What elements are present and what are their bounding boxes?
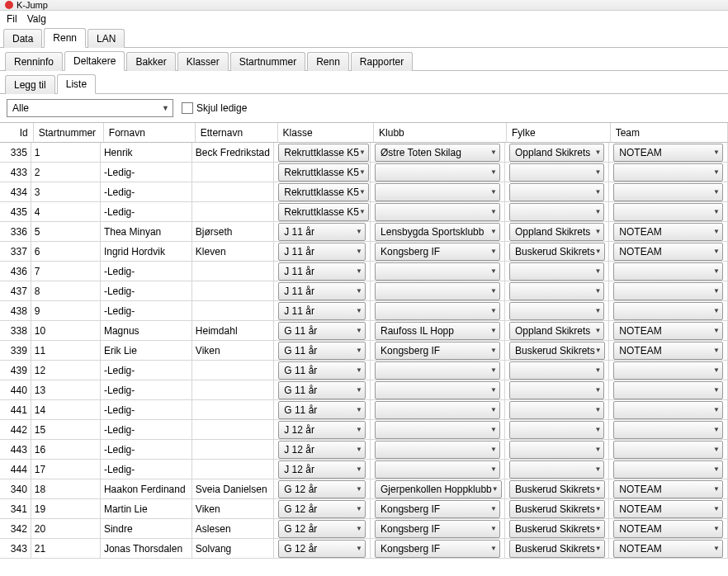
team-dropdown[interactable]: ▼ [613, 401, 723, 419]
klasse-dropdown[interactable]: J 11 år▼ [278, 243, 366, 261]
cell-startnummer[interactable]: 3 [31, 182, 101, 202]
klubb-dropdown[interactable]: ▼ [375, 203, 500, 221]
tab-l2-bakker[interactable]: Bakker [126, 52, 175, 71]
col-klasse[interactable]: Klasse [278, 123, 374, 143]
cell-startnummer[interactable]: 1 [31, 143, 101, 163]
klubb-dropdown[interactable]: Gjerpenkollen Hoppklubb▼ [375, 480, 502, 498]
klubb-dropdown[interactable]: Kongsberg IF▼ [375, 500, 500, 518]
fylke-dropdown[interactable]: Buskerud Skikrets▼ [509, 540, 605, 558]
team-dropdown[interactable]: NOTEAM▼ [613, 243, 723, 261]
klubb-dropdown[interactable]: Kongsberg IF▼ [375, 540, 500, 558]
cell-etternavn[interactable]: Viken [192, 499, 274, 519]
cell-startnummer[interactable]: 10 [31, 321, 101, 341]
cell-startnummer[interactable]: 18 [31, 479, 101, 499]
cell-startnummer[interactable]: 13 [31, 380, 101, 400]
team-dropdown[interactable]: ▼ [613, 381, 723, 399]
team-dropdown[interactable]: NOTEAM▼ [613, 500, 723, 518]
tab-l1-renn[interactable]: Renn [44, 28, 86, 48]
cell-etternavn[interactable]: Bjørseth [192, 222, 274, 242]
fylke-dropdown[interactable]: Buskerud Skikrets▼ [509, 500, 605, 518]
cell-fornavn[interactable]: Jonas Thorsdalen [101, 539, 192, 559]
cell-startnummer[interactable]: 19 [31, 499, 101, 519]
team-dropdown[interactable]: NOTEAM▼ [613, 480, 723, 498]
klasse-dropdown[interactable]: G 12 år▼ [278, 540, 366, 558]
klubb-dropdown[interactable]: Østre Toten Skilag▼ [375, 144, 500, 162]
fylke-dropdown[interactable]: ▼ [509, 262, 604, 281]
team-dropdown[interactable]: ▼ [613, 262, 723, 281]
klasse-dropdown[interactable]: Rekruttklasse K5▼ [278, 203, 369, 221]
col-id[interactable]: Id [0, 123, 34, 143]
klubb-dropdown[interactable]: Kongsberg IF▼ [375, 342, 500, 360]
klasse-dropdown[interactable]: G 11 år▼ [278, 361, 366, 380]
tab-l2-klasser[interactable]: Klasser [177, 52, 229, 71]
cell-startnummer[interactable]: 21 [31, 539, 101, 559]
klubb-dropdown[interactable]: Kongsberg IF▼ [375, 520, 500, 538]
team-dropdown[interactable]: NOTEAM▼ [613, 144, 723, 162]
tab-l2-rapporter[interactable]: Rapporter [351, 52, 413, 71]
tab-l2-startnummer[interactable]: Startnummer [230, 52, 305, 71]
team-dropdown[interactable]: ▼ [613, 183, 723, 201]
cell-startnummer[interactable]: 5 [31, 222, 101, 242]
klasse-dropdown[interactable]: J 12 år▼ [278, 421, 366, 439]
tab-l2-renninfo[interactable]: Renninfo [5, 52, 63, 71]
cell-fornavn[interactable]: -Ledig- [101, 440, 192, 460]
klasse-dropdown[interactable]: G 11 år▼ [278, 342, 366, 360]
cell-etternavn[interactable] [192, 380, 274, 400]
fylke-dropdown[interactable]: Oppland Skikrets▼ [509, 223, 604, 241]
cell-fornavn[interactable]: -Ledig- [101, 202, 192, 222]
cell-fornavn[interactable]: Magnus [101, 321, 192, 341]
klubb-dropdown[interactable]: ▼ [375, 381, 500, 399]
cell-startnummer[interactable]: 17 [31, 460, 101, 479]
cell-fornavn[interactable]: -Ledig- [101, 361, 192, 380]
cell-startnummer[interactable]: 15 [31, 420, 101, 440]
cell-fornavn[interactable]: -Ledig- [101, 163, 192, 182]
klubb-dropdown[interactable]: ▼ [375, 262, 500, 281]
cell-etternavn[interactable] [192, 262, 274, 281]
klubb-dropdown[interactable]: ▼ [375, 441, 500, 459]
cell-etternavn[interactable]: Kleven [192, 242, 274, 262]
cell-fornavn[interactable]: -Ledig- [101, 400, 192, 420]
klubb-dropdown[interactable]: ▼ [375, 361, 500, 380]
cell-etternavn[interactable] [192, 460, 274, 479]
klasse-dropdown[interactable]: Rekruttklasse K5▼ [278, 144, 369, 162]
team-dropdown[interactable]: NOTEAM▼ [613, 322, 723, 340]
cell-fornavn[interactable]: Ingrid Hordvik [101, 242, 192, 262]
cell-fornavn[interactable]: -Ledig- [101, 460, 192, 479]
col-klubb[interactable]: Klubb [374, 123, 507, 143]
fylke-dropdown[interactable]: Buskerud Skikrets▼ [509, 480, 605, 498]
cell-etternavn[interactable] [192, 400, 274, 420]
col-etternavn[interactable]: Etternavn [196, 123, 278, 143]
cell-startnummer[interactable]: 9 [31, 301, 101, 321]
tab-l2-renn[interactable]: Renn [307, 52, 349, 71]
klubb-dropdown[interactable]: ▼ [375, 183, 500, 201]
team-dropdown[interactable]: ▼ [613, 203, 723, 221]
fylke-dropdown[interactable]: Buskerud Skikrets▼ [509, 342, 605, 360]
cell-fornavn[interactable]: -Ledig- [101, 182, 192, 202]
tab-l1-data[interactable]: Data [3, 29, 42, 48]
tab-l3-legg-til[interactable]: Legg til [5, 75, 55, 94]
fylke-dropdown[interactable]: ▼ [509, 203, 604, 221]
fylke-dropdown[interactable]: ▼ [509, 421, 604, 439]
fylke-dropdown[interactable]: ▼ [509, 183, 604, 201]
klubb-dropdown[interactable]: ▼ [375, 282, 500, 300]
cell-etternavn[interactable] [192, 163, 274, 182]
fylke-dropdown[interactable]: ▼ [509, 361, 604, 380]
klubb-dropdown[interactable]: Kongsberg IF▼ [375, 243, 500, 261]
team-dropdown[interactable]: NOTEAM▼ [613, 342, 723, 360]
cell-fornavn[interactable]: -Ledig- [101, 380, 192, 400]
cell-startnummer[interactable]: 8 [31, 281, 101, 301]
tab-l2-deltakere[interactable]: Deltakere [64, 51, 125, 71]
col-fylke[interactable]: Fylke [507, 123, 611, 143]
klasse-dropdown[interactable]: J 12 år▼ [278, 441, 366, 459]
team-dropdown[interactable]: ▼ [613, 421, 723, 439]
menu-fil[interactable]: Fil [7, 13, 17, 25]
klasse-dropdown[interactable]: Rekruttklasse K5▼ [278, 163, 369, 182]
cell-etternavn[interactable] [192, 202, 274, 222]
team-dropdown[interactable]: NOTEAM▼ [613, 223, 723, 241]
cell-startnummer[interactable]: 11 [31, 341, 101, 361]
menu-valg[interactable]: Valg [27, 13, 46, 25]
klubb-dropdown[interactable]: ▼ [375, 302, 500, 320]
cell-fornavn[interactable]: -Ledig- [101, 281, 192, 301]
fylke-dropdown[interactable]: ▼ [509, 302, 604, 320]
cell-etternavn[interactable] [192, 440, 274, 460]
